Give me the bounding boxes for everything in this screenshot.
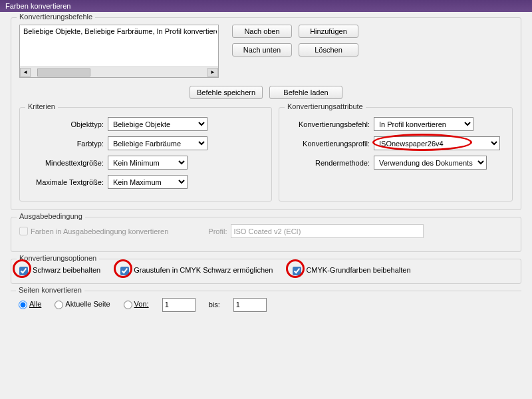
gray-cmyk-checkbox[interactable] [120,267,129,275]
pages-current-label: Aktuelle Seite [65,300,110,308]
move-up-button[interactable]: Nach oben [232,25,292,38]
opt-black-wrap[interactable]: Schwarz beibehalten [19,266,100,275]
conv-command-label: Konvertierungsbefehl: [287,120,374,128]
pages-to-input[interactable] [233,298,267,312]
pages-current-wrap[interactable]: Aktuelle Seite [55,300,110,309]
list-item[interactable]: Beliebige Objekte, Beliebige Farbräume, … [21,27,217,36]
gray-cmyk-label: Graustufen in CMYK Schwarz ermöglichen [134,266,273,274]
profile-field [231,224,424,238]
scrollbar-horizontal[interactable]: ◄ ► [20,66,218,77]
preserve-black-label: Schwarz beibehalten [33,266,100,274]
scroll-left-icon[interactable]: ◄ [20,68,31,77]
min-text-label: Mindesttextgröße: [28,159,108,167]
scroll-thumb[interactable] [37,68,90,76]
attributes-group: Konvertierungsattribute Konvertierungsbe… [279,107,513,201]
pages-from-radio[interactable] [124,301,132,309]
color-type-select[interactable]: Beliebige Farbräume [108,136,207,150]
options-group-label: Konvertierungsoptionen [17,254,99,262]
pages-all-label: Alle [29,300,41,308]
max-text-label: Maximale Textgröße: [28,178,108,186]
pages-from-wrap[interactable]: Von: [124,300,149,309]
pages-group-label: Seiten konvertieren [16,286,84,294]
cmyk-primary-checkbox[interactable] [293,267,301,275]
pages-from-input[interactable] [162,298,196,312]
scroll-right-icon[interactable]: ► [207,68,218,77]
object-type-select[interactable]: Beliebige Objekte [108,117,207,131]
conv-command-select[interactable]: In Profil konvertieren [374,117,473,131]
object-type-label: Objekttyp: [28,120,108,128]
pages-group: Seiten konvertieren Alle Aktuelle Seite … [11,291,521,312]
output-group-label: Ausgabebedingung [17,212,85,220]
output-group: Ausgabebedingung Farben in Ausgabebeding… [11,217,521,252]
commands-listbox[interactable]: Beliebige Objekte, Beliebige Farbräume, … [19,25,219,78]
cmyk-primary-label: CMYK-Grundfarben beibehalten [306,266,410,274]
criteria-group: Kriterien Objekttyp: Beliebige Objekte F… [19,107,272,201]
commands-group: Konvertierungsbefehle Beliebige Objekte,… [11,17,521,210]
delete-button[interactable]: Löschen [299,43,358,57]
output-convert-label: Farben in Ausgabebedingung konvertieren [31,227,168,235]
pages-to-label: bis: [209,301,220,309]
options-group: Konvertierungsoptionen Schwarz beibehalt… [11,259,521,284]
save-commands-button[interactable]: Befehle speichern [190,86,263,99]
pages-current-radio[interactable] [55,301,63,309]
conv-profile-select[interactable]: ISOnewspaper26v4 [374,136,500,150]
criteria-group-label: Kriterien [25,102,58,110]
max-text-select[interactable]: Kein Maximum [108,175,188,189]
opt-gray-wrap[interactable]: Graustufen in CMYK Schwarz ermöglichen [120,266,273,275]
pages-from-label: Von: [134,300,149,308]
color-type-label: Farbtyp: [28,140,108,148]
opt-cmyk-wrap[interactable]: CMYK-Grundfarben beibehalten [293,266,410,275]
pages-all-radio[interactable] [19,301,27,309]
commands-group-label: Konvertierungsbefehle [17,13,95,21]
render-method-label: Rendermethode: [287,159,374,167]
conv-profile-label: Konvertierungsprofil: [287,140,374,148]
window-titlebar: Farben konvertieren [0,0,532,12]
render-method-select[interactable]: Verwendung des Dokuments [374,156,487,170]
load-commands-button[interactable]: Befehle laden [269,86,342,99]
preserve-black-checkbox[interactable] [19,267,28,275]
output-convert-checkbox [19,227,28,235]
min-text-select[interactable]: Kein Minimum [108,156,188,170]
add-button[interactable]: Hinzufügen [299,25,358,38]
move-down-button[interactable]: Nach unten [232,43,292,57]
pages-all-wrap[interactable]: Alle [19,300,41,309]
profile-label: Profil: [208,227,231,235]
attributes-group-label: Konvertierungsattribute [285,102,366,110]
